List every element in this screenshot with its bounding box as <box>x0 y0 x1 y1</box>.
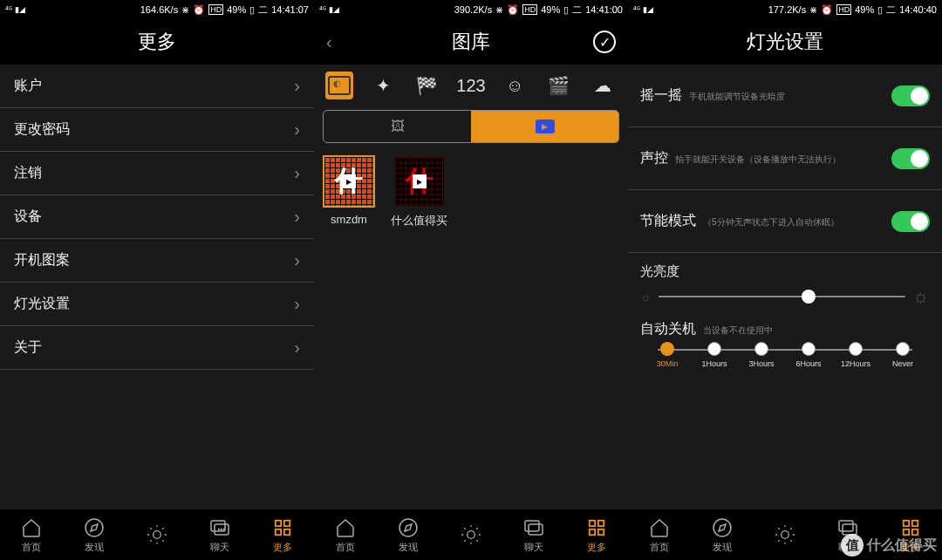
svg-rect-10 <box>276 529 281 534</box>
svg-point-14 <box>468 531 475 539</box>
nav-chat[interactable]: 聊天 <box>522 516 545 554</box>
step-6h[interactable]: 6Hours <box>785 342 832 368</box>
svg-rect-24 <box>839 521 853 531</box>
list-item-password[interactable]: 更改密码 › <box>0 108 314 152</box>
gallery-item[interactable]: 什▶ 什么值得买 <box>391 155 447 229</box>
svg-point-23 <box>782 531 789 539</box>
signal-icon: ⁴ᴳ ▮◢ <box>319 5 339 14</box>
nav-center[interactable] <box>146 523 168 546</box>
home-icon <box>648 516 671 539</box>
list-item-boot-pattern[interactable]: 开机图案 › <box>0 239 314 283</box>
nav-center[interactable] <box>774 523 796 546</box>
header-light: 灯光设置 <box>628 19 942 65</box>
autooff-title: 自动关机 <box>640 320 696 338</box>
compass-icon <box>711 516 734 539</box>
thumbnail: 什▶ <box>323 155 375 208</box>
shake-switch[interactable] <box>891 85 930 106</box>
item-label: 更改密码 <box>14 120 70 139</box>
list-item-logout[interactable]: 注销 › <box>0 152 314 195</box>
tab-cloud[interactable]: ☁ <box>589 72 617 99</box>
star-icon: ✦ <box>376 75 391 96</box>
seg-image[interactable]: 🖼 <box>324 111 471 142</box>
nav-discover[interactable]: 发现 <box>397 516 420 554</box>
header-title: 灯光设置 <box>747 29 823 55</box>
item-label: 设备 <box>14 208 42 226</box>
step-never[interactable]: Never <box>879 342 926 368</box>
smile-icon: ☺ <box>506 76 523 96</box>
nav-home[interactable]: 首页 <box>20 516 43 554</box>
status-bar: ⁴ᴳ ▮◢ 164.6K/s ⋇ ⏰ HD 49% ▯ 二 14:41:07 <box>0 0 314 19</box>
nav-chat[interactable]: 聊天 <box>208 516 231 554</box>
nav-center[interactable] <box>460 523 482 546</box>
battery-text: 49% <box>855 4 874 15</box>
svg-point-21 <box>713 519 731 536</box>
status-bar: ⁴ᴳ ▮◢ 390.2K/s ⋇ ⏰ HD 49% ▯ 二 14:41:00 <box>314 0 628 19</box>
seg-play[interactable]: ▶ <box>471 111 618 142</box>
home-icon <box>20 516 43 539</box>
bluetooth-icon: ⋇ <box>809 4 817 16</box>
nav-more[interactable]: 更多 <box>271 516 294 554</box>
step-3h[interactable]: 3Hours <box>738 342 785 368</box>
thumbnail: 什▶ <box>393 155 446 208</box>
screen-more: ⁴ᴳ ▮◢ 164.6K/s ⋇ ⏰ HD 49% ▯ 二 14:41:07 更… <box>0 0 314 560</box>
signal-icon: ⁴ᴳ ▮◢ <box>633 5 653 14</box>
nav-label: 聊天 <box>524 541 543 554</box>
nav-discover[interactable]: 发现 <box>83 516 106 554</box>
step-1h[interactable]: 1Hours <box>691 342 738 368</box>
svg-rect-11 <box>284 529 290 534</box>
svg-marker-22 <box>719 524 726 531</box>
nav-label: 首页 <box>650 541 669 554</box>
watermark-text: 什么值得买 <box>867 536 937 555</box>
gallery-item[interactable]: 什▶ smzdm <box>323 155 375 229</box>
net-speed: 390.2K/s <box>454 4 492 15</box>
nav-more[interactable]: 更多 <box>585 516 608 554</box>
compass-icon <box>397 516 420 539</box>
step-30min[interactable]: 30Min <box>644 342 691 368</box>
battery-icon: ▯ <box>563 4 569 16</box>
nav-home[interactable]: 首页 <box>648 516 671 554</box>
sun-large-icon: ☼ <box>912 285 930 308</box>
header-title: 更多 <box>138 29 176 55</box>
autooff-steps[interactable]: 30Min 1Hours 3Hours 6Hours 12Hours Never <box>644 342 926 368</box>
nav-home[interactable]: 首页 <box>334 516 357 554</box>
gallery-grid: 什▶ smzdm 什▶ 什么值得买 <box>314 147 628 237</box>
list-item-account[interactable]: 账户 › <box>0 65 314 108</box>
play-icon: ▶ <box>536 120 555 133</box>
setting-desc: 手机就能调节设备光暗度 <box>689 91 785 103</box>
svg-point-2 <box>154 531 161 539</box>
item-label: 灯光设置 <box>14 295 70 313</box>
hd-icon: HD <box>208 4 223 15</box>
tab-video[interactable]: 🎬 <box>545 72 573 99</box>
svg-point-12 <box>399 519 417 536</box>
slider-handle[interactable] <box>802 290 816 304</box>
thumbnail-label: 什么值得买 <box>391 213 447 229</box>
list-item-light-settings[interactable]: 灯光设置 › <box>0 283 314 326</box>
back-button[interactable]: ‹ <box>326 32 332 52</box>
sound-switch[interactable] <box>891 148 930 169</box>
item-label: 开机图案 <box>14 251 70 270</box>
battery-text: 49% <box>541 4 560 15</box>
alarm-icon: ⏰ <box>507 4 519 16</box>
grid-icon <box>585 516 608 539</box>
chevron-right-icon: › <box>294 338 300 358</box>
tab-star[interactable]: ✦ <box>369 72 397 99</box>
day: 二 <box>572 3 582 17</box>
tab-folder[interactable] <box>325 72 353 99</box>
setting-eco: 节能模式 （5分钟无声状态下进入自动休眠） <box>628 190 942 253</box>
confirm-button[interactable]: ✓ <box>593 31 616 53</box>
eco-switch[interactable] <box>891 211 930 232</box>
list-item-device[interactable]: 设备 › <box>0 195 314 239</box>
thumbnail-label: smzdm <box>331 213 367 226</box>
brightness-slider[interactable] <box>659 296 905 297</box>
step-12h[interactable]: 12Hours <box>832 342 879 368</box>
tab-emoji[interactable]: ☺ <box>501 72 529 99</box>
bluetooth-icon: ⋇ <box>495 4 503 16</box>
nav-discover[interactable]: 发现 <box>711 516 734 554</box>
tab-flag[interactable]: 🏁 <box>413 72 441 99</box>
svg-rect-19 <box>590 529 595 534</box>
tab-number[interactable]: 123 <box>457 72 485 99</box>
list-item-about[interactable]: 关于 › <box>0 326 314 370</box>
svg-marker-1 <box>91 524 98 531</box>
nav-label: 发现 <box>713 541 732 554</box>
alarm-icon: ⏰ <box>821 4 833 16</box>
